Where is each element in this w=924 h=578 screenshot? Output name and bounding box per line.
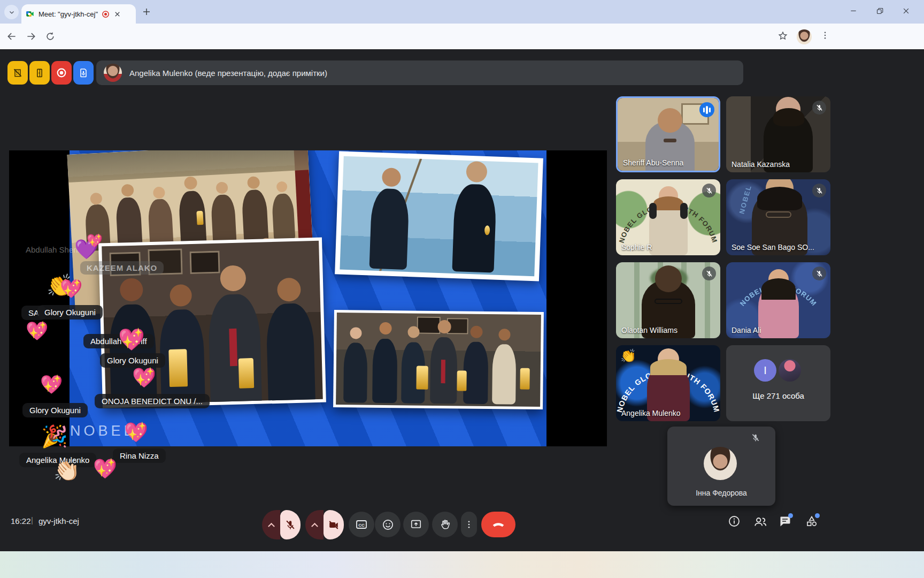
reaction-label: Glory Okuguni bbox=[100, 353, 165, 368]
meet-favicon bbox=[26, 10, 34, 18]
reaction-label: Glory Okuguni bbox=[37, 305, 103, 320]
heart-emoji: 💖 bbox=[124, 423, 148, 442]
presenter-banner: Angelika Mulenko (веде презентацію, дода… bbox=[96, 60, 743, 85]
clap-emoji: 👏🏻 bbox=[53, 459, 80, 481]
mic-off-button[interactable] bbox=[280, 510, 301, 539]
participant-name: Soe Soe San Bago SO... bbox=[732, 243, 814, 252]
tab-search-chevron-button[interactable] bbox=[4, 5, 19, 19]
meet-page: Angelika Mulenko (веде презентацію, дода… bbox=[0, 49, 924, 551]
window-restore-button[interactable] bbox=[867, 0, 892, 21]
camera-options-chevron[interactable] bbox=[305, 510, 324, 539]
back-icon[interactable] bbox=[6, 31, 17, 44]
mic-off-icon bbox=[812, 184, 826, 197]
forward-icon[interactable] bbox=[26, 31, 36, 44]
participant-name: Olaotan Williams bbox=[621, 326, 677, 334]
tile-angelika-mulenko[interactable]: NOBEL GLOBAL YOUTH FORUM 👏 Angelika Mule… bbox=[616, 345, 720, 421]
activities-button[interactable] bbox=[805, 515, 818, 528]
mic-off-icon bbox=[702, 267, 716, 280]
reload-icon[interactable] bbox=[45, 31, 56, 44]
heart-emoji: 💖 bbox=[87, 234, 103, 247]
tab-title: Meet: "gyv-jtkh-cej" bbox=[38, 10, 102, 18]
reaction-label: ONOJA BENEDICT ONU /... bbox=[95, 394, 210, 408]
overflow-avatar-photo bbox=[779, 359, 801, 382]
present-button[interactable] bbox=[403, 512, 429, 537]
door-button[interactable] bbox=[29, 61, 50, 85]
participant-name: Sheriff Abu-Senna bbox=[623, 158, 683, 167]
reaction-label: Glory Okuguni bbox=[22, 403, 88, 417]
mic-off-icon bbox=[812, 267, 826, 280]
more-people-label: Ще 271 особа bbox=[726, 391, 830, 400]
browser-tab[interactable]: Meet: "gyv-jtkh-cej" bbox=[21, 4, 136, 24]
tile-reaction-clap-emoji: 👏 bbox=[620, 349, 636, 362]
camera-control-group bbox=[305, 510, 344, 539]
tile-dania-ali[interactable]: NOBEL GYLE FORUM Dania Ali bbox=[726, 262, 830, 338]
browser-toolbar: meet.google.com/gyv-jtkh-cej?authuser=0&… bbox=[0, 24, 924, 49]
transcript-button[interactable] bbox=[73, 61, 94, 85]
heart-emoji: 💖 bbox=[60, 279, 82, 298]
more-options-button[interactable] bbox=[461, 512, 477, 537]
tile-sophie-r[interactable]: NOBEL GLOBAL YOUTH FORUM Sophie R bbox=[616, 179, 720, 255]
heart-emoji: 💖 bbox=[26, 322, 48, 340]
browser-menu-kebab-icon[interactable] bbox=[820, 31, 830, 42]
tile-olaotan-williams[interactable]: Olaotan Williams bbox=[616, 262, 720, 338]
heart-emoji: 💖 bbox=[118, 329, 145, 350]
meeting-details-button[interactable] bbox=[728, 515, 741, 528]
record-button[interactable] bbox=[51, 61, 72, 85]
tile-sheriff-abu-senna[interactable]: Sheriff Abu-Senna bbox=[616, 96, 720, 172]
chat-notification-dot bbox=[788, 513, 793, 518]
reaction-label: Rina Nizza bbox=[113, 448, 166, 463]
overflow-avatar-initial: I bbox=[754, 359, 776, 382]
participant-name: Dania Ali bbox=[732, 326, 761, 334]
slide-photo-scuba bbox=[335, 151, 543, 281]
tile-natalia-kazanska[interactable]: Natalia Kazanska bbox=[726, 96, 830, 172]
mic-options-chevron[interactable] bbox=[262, 510, 280, 539]
heart-emoji: 💖 bbox=[93, 459, 117, 478]
presenter-avatar bbox=[104, 64, 122, 82]
presenter-banner-text: Angelika Mulenko (веде презентацію, дода… bbox=[129, 69, 327, 78]
faded-label: Abdullah Sheriff bbox=[26, 245, 82, 254]
end-call-button[interactable] bbox=[481, 512, 515, 537]
meeting-code: gyv-jtkh-cej bbox=[38, 516, 79, 526]
party-popper-emoji: 🎉 bbox=[41, 425, 68, 447]
tab-recording-icon bbox=[102, 10, 110, 18]
reactions-button[interactable] bbox=[375, 512, 401, 537]
avatar bbox=[704, 447, 737, 480]
tile-inna-fedorova[interactable]: Інна Федорова bbox=[667, 427, 775, 506]
new-tab-button[interactable] bbox=[142, 7, 151, 19]
captions-button[interactable]: CC bbox=[349, 512, 374, 537]
clock-time: 16:22 bbox=[11, 516, 31, 526]
people-panel-button[interactable] bbox=[753, 515, 767, 529]
browser-tab-strip: Meet: "gyv-jtkh-cej" bbox=[0, 0, 924, 24]
tile-more-people[interactable]: I Ще 271 особа bbox=[726, 345, 830, 421]
profile-avatar[interactable] bbox=[797, 29, 812, 44]
window-close-button[interactable] bbox=[894, 0, 918, 21]
participant-name: Sophie R bbox=[621, 243, 652, 252]
window-minimize-button[interactable] bbox=[841, 0, 866, 21]
mic-off-icon bbox=[702, 184, 716, 197]
speaking-indicator-icon bbox=[699, 102, 714, 117]
mic-control-group bbox=[262, 510, 301, 539]
mic-off-icon bbox=[812, 101, 826, 115]
raise-hand-button[interactable] bbox=[432, 512, 458, 537]
slide-photo-trophy-group-right bbox=[333, 310, 544, 409]
tile-soe-soe-san-bago[interactable]: NOBEL Soe Soe San Bago SO... bbox=[726, 179, 830, 255]
heart-emoji: 💖 bbox=[132, 368, 156, 387]
svg-text:CC: CC bbox=[358, 523, 365, 528]
participant-name: Natalia Kazanska bbox=[732, 160, 790, 169]
participant-name: Angelika Mulenko bbox=[621, 409, 681, 417]
faded-label: KAZEEM ALAKO bbox=[80, 261, 164, 275]
bookmark-star-icon[interactable] bbox=[777, 31, 788, 43]
windows-taskbar: Пошук 6°C bbox=[0, 551, 924, 578]
mic-off-icon bbox=[751, 433, 760, 445]
screen: Meet: "gyv-jtkh-cej" bbox=[0, 0, 924, 578]
chat-panel-button[interactable] bbox=[779, 515, 791, 528]
building-slash-button[interactable] bbox=[7, 61, 28, 85]
activities-notification-dot bbox=[815, 513, 820, 518]
heart-emoji: 💖 bbox=[40, 375, 63, 393]
tab-close-icon[interactable] bbox=[113, 10, 121, 18]
camera-off-button[interactable] bbox=[324, 510, 344, 539]
participant-name: Інна Федорова bbox=[667, 489, 775, 497]
